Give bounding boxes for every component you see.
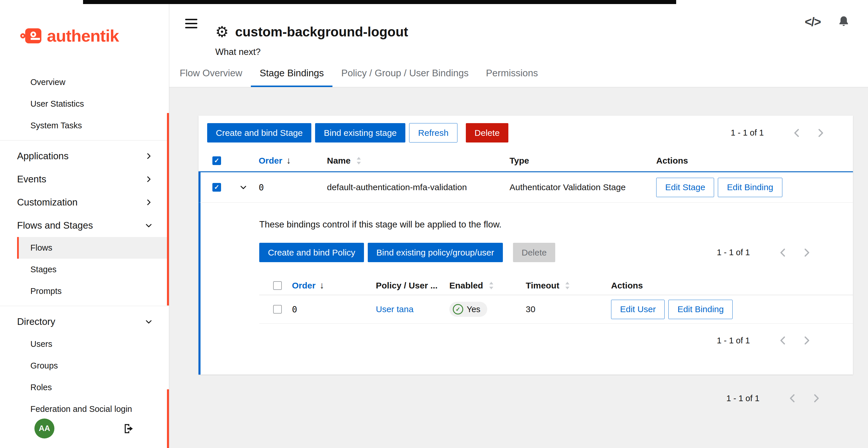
sidebar-section-label: Directory — [17, 316, 55, 327]
sidebar-item-roles[interactable]: Roles — [0, 377, 169, 398]
process-automation-icon: ⚙ — [215, 24, 229, 39]
sidebar-section-label: Customization — [17, 197, 78, 208]
sidebar-item-label: Roles — [30, 383, 52, 392]
sidebar-item-label: Prompts — [30, 286, 62, 296]
window-top-strip — [0, 0, 868, 4]
create-and-bind-stage-button[interactable]: Create and bind Stage — [207, 123, 311, 142]
delete-button[interactable]: Delete — [466, 123, 508, 142]
row-checkbox[interactable]: ✓ — [273, 305, 282, 314]
pagination: 1 - 1 of 1 — [731, 127, 826, 139]
authentik-logo-icon — [20, 27, 43, 45]
edit-user-button[interactable]: Edit User — [611, 300, 664, 319]
select-all-checkbox[interactable]: ✓ — [212, 157, 221, 165]
policy-bindings-toolbar: Create and bind Policy Bind existing pol… — [259, 243, 812, 262]
pagination-next-icon[interactable] — [801, 247, 812, 259]
sidebar-section-customization[interactable]: Customization — [0, 191, 169, 214]
column-header-policy-user: Policy / User ... — [376, 281, 450, 290]
column-header-timeout[interactable]: Timeout — [526, 281, 611, 290]
sidebar-item-label: Stages — [30, 265, 56, 274]
sidebar-item-users[interactable]: Users — [0, 333, 169, 355]
column-header-order[interactable]: Order ↓ — [259, 155, 327, 166]
sidebar-section-label: Applications — [17, 150, 69, 162]
pagination-text: 1 - 1 of 1 — [717, 336, 750, 345]
column-header-enabled[interactable]: Enabled — [450, 281, 526, 290]
content-area: Create and bind Stage Bind existing stag… — [169, 87, 868, 448]
sort-descending-icon: ↓ — [286, 155, 291, 166]
sidebar-section-flows-and-stages[interactable]: Flows and Stages — [0, 214, 169, 237]
sidebar-item-overview[interactable]: Overview — [0, 71, 169, 93]
sort-icon — [355, 157, 362, 165]
sidebar-item-label: Federation and Social login — [30, 404, 132, 414]
authentik-logo[interactable]: authentik — [20, 22, 169, 49]
tab-stage-bindings[interactable]: Stage Bindings — [251, 68, 333, 87]
tab-permissions[interactable]: Permissions — [477, 68, 547, 87]
sidebar-item-groups[interactable]: Groups — [0, 355, 169, 377]
pagination-prev-icon[interactable] — [777, 247, 789, 259]
pagination: 1 - 1 of 1 — [259, 335, 812, 346]
sidebar-section-applications[interactable]: Applications — [0, 144, 169, 168]
row-expander-icon[interactable] — [239, 183, 259, 191]
pagination-text: 1 - 1 of 1 — [731, 128, 764, 138]
column-label: Order — [259, 156, 282, 166]
api-code-icon[interactable]: </> — [805, 15, 820, 29]
column-header-actions: Actions — [611, 281, 853, 290]
sidebar-section-directory[interactable]: Directory — [0, 310, 169, 333]
bind-existing-stage-button[interactable]: Bind existing stage — [315, 123, 405, 142]
sidebar-item-flows[interactable]: Flows — [17, 237, 169, 259]
policy-delete-button[interactable]: Delete — [513, 243, 556, 262]
check-circle-icon: ✓ — [453, 304, 463, 314]
pagination-next-icon[interactable] — [801, 335, 812, 346]
edit-stage-button[interactable]: Edit Stage — [656, 178, 714, 197]
sidebar-item-label: Users — [30, 339, 52, 349]
column-label: Type — [509, 156, 529, 166]
refresh-button[interactable]: Refresh — [409, 123, 458, 142]
sidebar-item-label: Overview — [30, 77, 65, 87]
column-header-actions: Actions — [656, 156, 853, 166]
column-label: Order — [292, 281, 316, 290]
sidebar-section-events[interactable]: Events — [0, 168, 169, 191]
edit-binding-button[interactable]: Edit Binding — [669, 300, 733, 319]
pagination-next-icon[interactable] — [810, 392, 822, 404]
column-header-order[interactable]: Order ↓ — [292, 280, 376, 291]
row-order-value: 0 — [292, 304, 376, 314]
stage-binding-row: ✓ 0 default-authentication-mfa-validatio… — [198, 171, 853, 203]
chevron-right-icon — [145, 198, 153, 206]
create-and-bind-policy-button[interactable]: Create and bind Policy — [259, 243, 364, 262]
stage-bindings-toolbar: Create and bind Stage Bind existing stag… — [198, 115, 853, 150]
sidebar-item-prompts[interactable]: Prompts — [0, 280, 169, 302]
sidebar-scrollbar[interactable] — [167, 113, 169, 306]
column-label: Actions — [656, 156, 688, 166]
policy-binding-row: ✓ 0 User tana ✓ Yes 30 — [259, 295, 853, 324]
sidebar-section-label: Events — [17, 174, 46, 185]
pagination-prev-icon[interactable] — [787, 392, 798, 404]
sidebar-item-label: Flows — [30, 243, 52, 253]
avatar[interactable]: AA — [34, 418, 54, 439]
sidebar: authentik Overview User Statistics Syste… — [0, 4, 169, 448]
chevron-right-icon — [145, 175, 153, 183]
sidebar-section-label: Flows and Stages — [17, 220, 93, 231]
notifications-bell-icon[interactable] — [837, 15, 850, 29]
column-header-type: Type — [509, 156, 656, 166]
user-link[interactable]: User tana — [376, 304, 413, 314]
sidebar-item-label: User Statistics — [30, 99, 84, 109]
logout-icon[interactable] — [123, 422, 135, 435]
tab-policy-group-user-bindings[interactable]: Policy / Group / User Bindings — [333, 68, 477, 87]
bind-existing-policy-group-user-button[interactable]: Bind existing policy/group/user — [368, 243, 503, 262]
pagination-prev-icon[interactable] — [791, 127, 803, 139]
page-header: ⚙ custom-background-logout What next? </… — [169, 4, 868, 87]
tab-flow-overview[interactable]: Flow Overview — [171, 68, 251, 87]
row-checkbox[interactable]: ✓ — [212, 183, 221, 192]
pagination-prev-icon[interactable] — [777, 335, 789, 346]
pagination: 1 - 1 of 1 — [717, 247, 812, 259]
hamburger-menu-icon[interactable] — [185, 16, 197, 31]
column-header-name[interactable]: Name — [327, 156, 509, 166]
pagination-next-icon[interactable] — [815, 127, 826, 139]
sidebar-item-user-statistics[interactable]: User Statistics — [0, 93, 169, 115]
select-all-checkbox[interactable]: ✓ — [273, 281, 282, 290]
sidebar-item-system-tasks[interactable]: System Tasks — [0, 115, 169, 136]
sidebar-item-label: Groups — [30, 361, 58, 371]
sidebar-item-stages[interactable]: Stages — [0, 259, 169, 280]
edit-binding-button[interactable]: Edit Binding — [718, 178, 782, 197]
sidebar-item-federation-and-social-login[interactable]: Federation and Social login — [0, 398, 169, 420]
enabled-status-text: Yes — [467, 305, 480, 314]
